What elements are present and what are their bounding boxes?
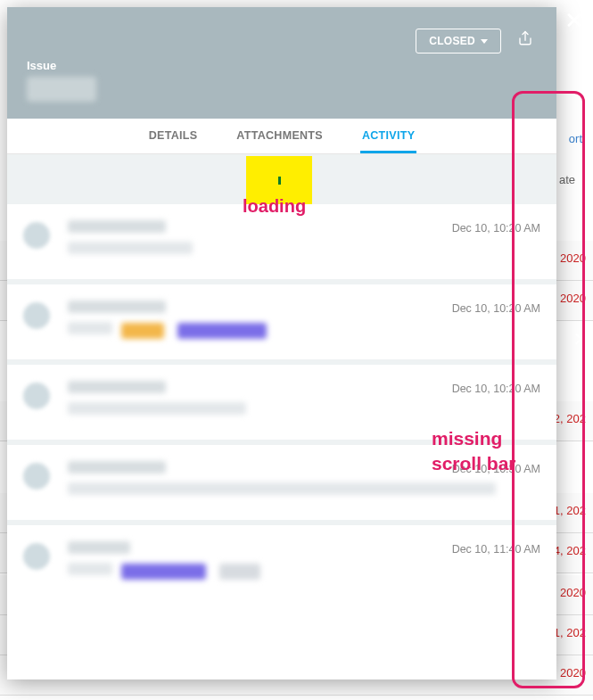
- tab-attachments[interactable]: ATTACHMENTS: [235, 128, 325, 153]
- author-redacted: [68, 301, 166, 313]
- activity-item: Dec 10, 11:40 AM: [7, 525, 556, 605]
- caret-down-icon: [481, 39, 488, 44]
- background-col-header: ate: [559, 173, 575, 186]
- next-record-button[interactable]: [570, 330, 588, 351]
- tab-activity[interactable]: ACTIVITY: [360, 128, 416, 153]
- avatar: [23, 383, 50, 409]
- issue-label: Issue: [27, 59, 56, 72]
- author-redacted: [68, 541, 130, 554]
- status-label: CLOSED: [429, 35, 475, 47]
- background-link[interactable]: ort: [569, 132, 582, 145]
- author-redacted: [68, 220, 166, 233]
- timestamp: Dec 10, 10:20 AM: [452, 302, 540, 315]
- tab-details[interactable]: DETAILS: [147, 128, 200, 153]
- activity-content: Dec 10, 10:20 AM Dec 10, 10:20 AM: [7, 154, 556, 679]
- annotation-loading: loading: [243, 196, 306, 217]
- close-icon[interactable]: ✕: [564, 9, 584, 32]
- share-button[interactable]: [517, 30, 533, 50]
- loading-spinner-icon: [278, 177, 281, 185]
- bg-cell-date: 1, 202: [554, 504, 586, 517]
- tabs: DETAILS ATTACHMENTS ACTIVITY: [7, 119, 556, 154]
- modal-header: CLOSED Issue: [7, 7, 556, 119]
- avatar: [23, 222, 50, 249]
- issue-id-redacted: [27, 77, 96, 102]
- bg-cell-date: 2, 202: [554, 412, 586, 425]
- avatar: [23, 463, 50, 490]
- bg-cell-date: 1, 202: [554, 626, 586, 639]
- avatar: [23, 543, 50, 570]
- badge-redacted: [121, 564, 206, 580]
- author-redacted: [68, 461, 166, 474]
- content-redacted: [68, 402, 246, 415]
- status-dropdown-button[interactable]: CLOSED: [416, 29, 501, 54]
- badge-redacted: [121, 323, 164, 339]
- author-redacted: [68, 381, 166, 393]
- issue-modal: CLOSED Issue DETAILS ATTACHMENTS ACTIVIT…: [7, 7, 556, 679]
- badge-redacted: [177, 323, 267, 339]
- activity-list: Dec 10, 10:20 AM Dec 10, 10:20 AM: [7, 204, 556, 605]
- bg-cell-date: 4, 202: [554, 544, 586, 557]
- content-redacted: [68, 322, 112, 334]
- timestamp: Dec 10, 11:40 AM: [452, 543, 540, 556]
- content-redacted: [68, 563, 112, 575]
- badge-redacted: [219, 564, 260, 580]
- timestamp: Dec 10, 10:20 AM: [452, 222, 540, 235]
- activity-item: Dec 10, 10:20 AM: [7, 284, 556, 365]
- content-redacted: [68, 242, 193, 254]
- annotation-missing-scrollbar: missing scroll bar: [432, 426, 516, 477]
- avatar: [23, 302, 50, 329]
- timestamp: Dec 10, 10:20 AM: [452, 383, 540, 395]
- bg-cell-date: , 2020: [554, 586, 586, 599]
- content-redacted: [68, 482, 496, 495]
